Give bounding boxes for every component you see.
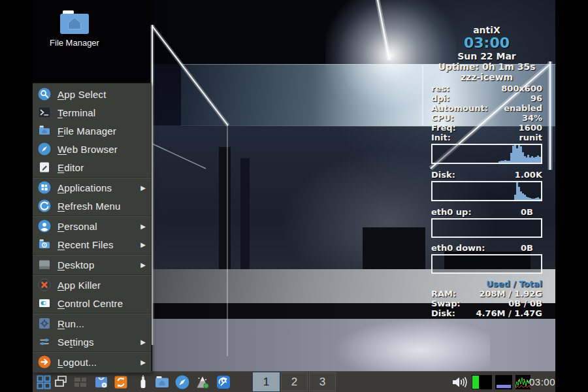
editor-icon — [38, 161, 51, 174]
conky-eth0-up-row: eth0 up: 0B — [431, 207, 542, 217]
menu-item-app-select[interactable]: App Select — [33, 85, 151, 103]
menu-item-desktop[interactable]: Desktop▶ — [33, 255, 151, 274]
submenu-arrow-icon: ▶ — [140, 223, 146, 230]
menu-separator — [33, 254, 151, 255]
conky-usage-row-label: Disk: — [431, 308, 455, 318]
eth0-down-value: 0B — [521, 243, 542, 253]
desktop-icon — [38, 258, 51, 271]
conky-info-row: CPU:34% — [431, 113, 542, 123]
menu-item-control-centre[interactable]: Control Centre — [33, 294, 151, 312]
update-refresh-icon — [113, 374, 129, 390]
submenu-arrow-icon: ▶ — [140, 184, 146, 191]
menu-item-editor[interactable]: Editor — [33, 158, 151, 176]
recent-files-icon — [38, 238, 51, 251]
conky-usage-row-value: 208M / 1.92G — [479, 289, 542, 299]
battery-meter[interactable] — [472, 375, 492, 389]
menu-item-terminal[interactable]: Terminal — [33, 103, 151, 122]
menu-item-label: Control Centre — [57, 298, 146, 309]
usb-unmounter-button[interactable] — [135, 374, 151, 390]
speaker-icon — [451, 374, 469, 390]
package-installer-button[interactable] — [93, 374, 109, 390]
submenu-arrow-icon: ▶ — [140, 241, 146, 248]
menu-item-label: Run... — [57, 318, 146, 329]
menu-item-web-browser[interactable]: Web Browser — [33, 140, 151, 158]
menu-item-settings[interactable]: Settings▶ — [33, 333, 151, 351]
conky-info-row-value: 1600 — [519, 123, 542, 133]
cpu-graph — [431, 144, 542, 164]
taskbar-clock[interactable]: 03:00 — [529, 376, 555, 387]
conky-clock: 03:00 — [431, 35, 542, 51]
menu-item-refresh-menu[interactable]: Refresh Menu — [33, 197, 151, 215]
cascade-windows-button[interactable] — [53, 374, 69, 390]
conky-monitor: antiX 03:00 Sun 22 Mar Uptime: 0h 1m 35s… — [431, 25, 542, 318]
menu-item-label: App Killer — [57, 280, 146, 291]
menu-item-logout[interactable]: Logout...▶ — [33, 353, 151, 371]
folder-icon — [59, 9, 90, 35]
conky-info-row-label: Freq: — [431, 123, 456, 133]
conky-eth0-down-row: eth0 down: 0B — [431, 243, 542, 253]
cascade-windows-icon — [53, 374, 69, 390]
conky-usage-row: Disk:4.76M / 1.47G — [431, 308, 542, 318]
eth0-up-graph — [431, 218, 542, 238]
settings-icon — [38, 335, 51, 348]
personal-icon — [38, 220, 51, 233]
menu-item-label: App Select — [57, 89, 146, 100]
package-bag-icon — [93, 374, 109, 390]
toolbox-button[interactable] — [216, 374, 231, 390]
menu-separator — [33, 351, 151, 352]
menu-item-label: Logout... — [57, 357, 137, 368]
graph-bar — [539, 157, 541, 163]
menu-item-recent-files[interactable]: Recent Files▶ — [33, 235, 151, 253]
show-desktop-icon — [73, 374, 88, 390]
menu-item-run[interactable]: Run... — [33, 314, 151, 333]
conky-info-row-label: CPU: — [431, 113, 454, 123]
conky-header: antiX 03:00 Sun 22 Mar Uptime: 0h 1m 35s… — [431, 25, 542, 82]
conky-usage-row-value: 0B / 0B — [508, 299, 542, 308]
applications-icon — [38, 181, 51, 194]
disk-label: Disk: — [431, 170, 455, 180]
network-meter[interactable] — [495, 375, 512, 389]
usb-device-icon — [135, 374, 151, 390]
refresh-menu-icon — [38, 199, 51, 212]
menu-separator — [33, 177, 151, 178]
menu-item-personal[interactable]: Personal▶ — [33, 217, 151, 235]
conky-info-row: Automount:enabled — [431, 103, 542, 113]
submenu-arrow-icon: ▶ — [140, 338, 146, 346]
updater-button[interactable] — [113, 374, 129, 390]
menu-item-label: Web Browser — [57, 144, 146, 155]
desktop-icon-file-manager[interactable]: File Manager — [41, 9, 108, 48]
file-manager-button[interactable] — [154, 374, 170, 390]
menu-item-file-manager[interactable]: File Manager — [33, 122, 151, 140]
taskbar-menu-button[interactable] — [36, 374, 52, 390]
web-browser-button[interactable] — [174, 374, 190, 390]
app-killer-icon — [38, 278, 51, 291]
menu-grid-icon — [36, 374, 52, 390]
image-tool-button[interactable] — [195, 374, 210, 390]
workspace-button-3[interactable]: 3 — [309, 372, 336, 391]
conky-usage-rows: RAM:208M / 1.92GSwap:0B / 0BDisk:4.76M /… — [431, 289, 542, 318]
folder-icon — [154, 374, 170, 390]
conky-date: Sun 22 Mar — [431, 51, 542, 61]
volume-button[interactable] — [451, 374, 469, 392]
menu-item-app-killer[interactable]: App Killer — [33, 276, 151, 294]
cpu-meter[interactable] — [515, 375, 531, 389]
eth0-down-graph — [431, 254, 542, 274]
disk-value: 1.00K — [515, 170, 542, 180]
conky-info-row-value: enabled — [504, 103, 542, 113]
menu-item-label: Editor — [57, 162, 146, 173]
conky-distro-name: antiX — [431, 25, 542, 35]
show-desktop-button[interactable] — [73, 374, 88, 390]
conky-usage-row: RAM:208M / 1.92G — [431, 289, 542, 299]
workspace-button-1[interactable]: 1 — [253, 372, 280, 391]
network-activity-bar — [497, 385, 511, 388]
virtual-screen: File Manager antiX 03:00 Sun 22 Mar Upti… — [0, 0, 588, 392]
conky-info-row-label: dpi: — [431, 93, 449, 103]
workspace-button-2[interactable]: 2 — [281, 372, 308, 391]
conky-info-row-value: 34% — [522, 113, 542, 123]
menu-item-label: Settings — [57, 336, 137, 348]
menu-item-applications[interactable]: Applications▶ — [33, 178, 151, 197]
conky-info-row: res:800x600 — [431, 84, 542, 93]
cpu-activity-graph — [515, 375, 531, 389]
app-select-icon — [38, 88, 51, 101]
file-manager-icon — [38, 124, 51, 137]
